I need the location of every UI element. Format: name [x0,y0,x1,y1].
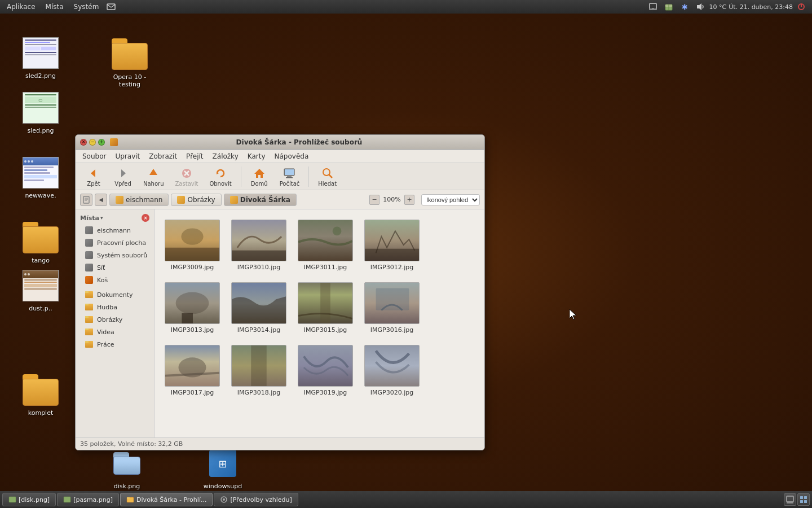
toolbar-refresh-button[interactable]: Obnovit [205,164,236,189]
svg-rect-40 [182,313,193,324]
taskbar-btn-disk[interactable]: [disk.png] [2,493,56,506]
sidebar-item-trash[interactable]: Koš [76,274,154,286]
videa-sidebar-icon [85,327,94,336]
file-thumbnail-imgp3016 [364,282,420,324]
menu-zalozky[interactable]: Záložky [208,151,243,161]
zoom-in-button[interactable]: + [404,195,414,205]
toolbar-stop-button[interactable]: Zastavit [171,164,203,189]
file-name-imgp3017: IMGP3017.jpg [171,389,214,396]
sidebar-item-desktop[interactable]: Pracovní plocha [76,237,154,249]
zoom-control: − 100% + Ikonový pohled [369,194,480,205]
breadcrumb-eischmann[interactable]: eischmann [109,194,169,206]
sidebar-item-eischmann[interactable]: eischmann [76,224,154,237]
file-item-imgp3016[interactable]: IMGP3016.jpg [361,279,423,337]
desktop-icon-newwave[interactable]: newwave. [18,152,63,202]
menu-zobrazit[interactable]: Zobrazit [144,151,182,161]
menu-napoveda[interactable]: Nápověda [270,151,314,161]
file-item-imgp3012[interactable]: IMGP3012.jpg [361,216,423,274]
taskbar-btn-filemanager[interactable]: Divoká Šárka - Prohlí... [120,493,213,506]
svg-marker-12 [121,169,126,177]
sidebar-item-network[interactable]: Síť [76,261,154,274]
sidebar-item-dokumenty[interactable]: Dokumenty [76,288,154,301]
sidebar-close-button[interactable]: × [142,214,149,222]
desktop-icon-komplet[interactable]: komplet [18,370,63,419]
komplet-folder-image [23,372,59,408]
toolbar-search-button[interactable]: Hledat [314,164,341,189]
panel-mail-icon[interactable] [104,2,118,11]
toolbar-up-button[interactable]: Nahoru [139,164,169,189]
breadcrumb-bookmark-btn[interactable] [80,194,92,206]
desktop-icon-opera[interactable]: Opera 10 - testing [107,34,152,90]
taskbar-windows-btn[interactable] [797,493,810,506]
panel-datetime: Út. 21. duben, 23:48 [729,3,793,11]
sidebar-item-prace[interactable]: Práce [76,338,154,351]
svg-rect-45 [376,288,409,310]
file-item-imgp3019[interactable]: IMGP3019.jpg [294,341,356,400]
zoom-out-button[interactable]: − [369,195,379,205]
toolbar-forward-button[interactable]: Vpřed [109,164,136,189]
window-maximize-button[interactable]: + [98,139,105,146]
top-panel: Aplikace Místa Systém ✱ 10 °C Út. 21. [0,0,812,14]
sidebar-item-hudba[interactable]: Hudba [76,301,154,313]
file-item-imgp3020[interactable]: IMGP3020.jpg [361,341,423,400]
desktop-icon-disk[interactable]: disk.png [104,443,149,492]
menu-upravit[interactable]: Upravit [111,151,144,161]
panel-menu-aplikace[interactable]: Aplikace [2,2,40,12]
file-item-imgp3010[interactable]: IMGP3010.jpg [228,216,290,274]
breadcrumb-obrazky[interactable]: Obrázky [171,194,221,206]
panel-volume-icon[interactable] [694,2,707,11]
file-name-imgp3020: IMGP3020.jpg [370,389,413,396]
toolbar-back-button[interactable]: Zpět [80,164,107,189]
desktop-icon-tango[interactable]: tango [18,217,63,266]
window-minimize-button[interactable]: − [89,139,96,146]
file-name-imgp3014: IMGP3014.jpg [237,326,280,334]
sidebar-item-videa[interactable]: Videa [76,326,154,338]
taskbar-disk-icon [8,496,16,503]
panel-power-icon[interactable] [795,3,807,11]
svg-marker-64 [570,309,576,319]
menu-karty[interactable]: Karty [243,151,270,161]
back-icon [87,167,100,180]
tango-label: tango [32,257,50,264]
toolbar-home-button[interactable]: Domů [246,164,273,189]
file-item-imgp3011[interactable]: IMGP3011.jpg [294,216,356,274]
svg-point-57 [223,498,225,501]
window-titlebar: × − + Divoká Šárka - Prohlížeč souborů [76,135,484,150]
svg-rect-3 [652,8,654,9]
file-item-imgp3018[interactable]: IMGP3018.jpg [228,341,290,400]
file-item-imgp3014[interactable]: IMGP3014.jpg [228,279,290,337]
file-item-imgp3013[interactable]: IMGP3013.jpg [161,279,223,337]
svg-marker-11 [91,169,95,177]
desktop-icon-sled[interactable]: ▭ sled.png [18,87,63,137]
menu-prejit[interactable]: Přejít [182,151,208,161]
toolbar-computer-button[interactable]: Počítač [275,164,304,189]
menu-soubor[interactable]: Soubor [78,151,111,161]
desktop-icon-sled2[interactable]: sled2.png [18,33,63,82]
up-icon [147,167,160,180]
panel-menu-system[interactable]: Systém [69,2,104,12]
sidebar-item-filesystem[interactable]: Systém souborů [76,249,154,261]
sidebar-item-obrazky[interactable]: Obrázky [76,313,154,326]
taskbar-show-desktop-btn[interactable] [784,493,796,506]
desktop-icon-dust[interactable]: dust.p.. [18,265,63,314]
panel-package-icon[interactable] [662,2,676,11]
breadcrumb-prev-btn[interactable]: ◀ [95,194,107,206]
breadcrumb-divoka-sarka[interactable]: Divoká Šárka [224,194,297,206]
panel-network-icon[interactable] [646,2,660,11]
forward-label: Vpřed [114,181,131,187]
file-item-imgp3015[interactable]: IMGP3015.jpg [294,279,356,337]
newwave-label: newwave. [25,192,56,199]
taskbar-btn-pasma[interactable]: [pasma.png] [57,493,119,506]
window-close-button[interactable]: × [80,139,87,146]
sidebar: Místa ▾ × eischmann Pracovní plocha [76,209,155,437]
view-mode-select[interactable]: Ikonový pohled [421,194,480,205]
panel-menu-mista[interactable]: Místa [41,2,68,12]
svg-line-24 [329,174,332,178]
file-item-imgp3017[interactable]: IMGP3017.jpg [161,341,223,400]
taskbar-btn-preferences[interactable]: [Předvolby vzhledu] [214,493,298,506]
sidebar-header[interactable]: Místa ▾ × [76,212,154,224]
panel-bluetooth-icon[interactable]: ✱ [678,2,691,11]
svg-rect-0 [107,4,115,10]
svg-rect-51 [365,345,419,386]
file-item-imgp3009[interactable]: IMGP3009.jpg [161,216,223,274]
